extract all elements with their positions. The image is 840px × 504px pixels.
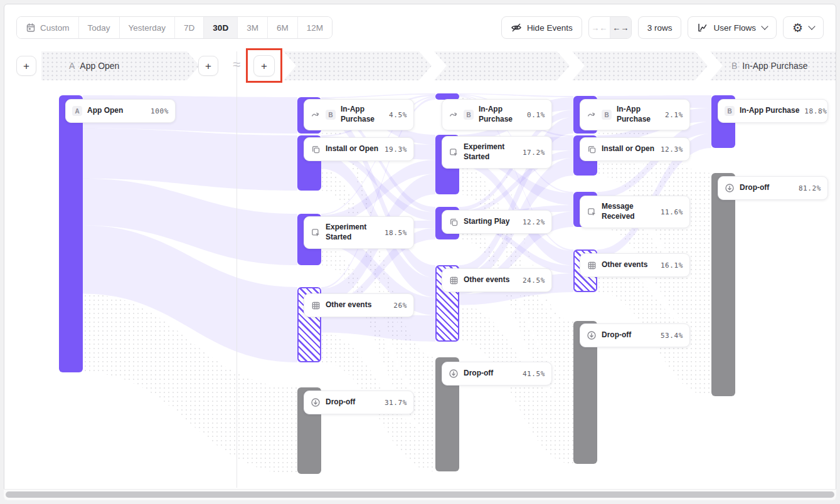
settings-dropdown[interactable]: ⚙: [783, 16, 824, 39]
node-card-other-events-step4[interactable]: Other events16.1%: [580, 253, 690, 277]
step-header-b[interactable]: B In-App Purchase: [710, 51, 836, 80]
date-tab-30d[interactable]: 30D: [204, 17, 238, 38]
node-label: In-App Purchase: [479, 105, 522, 124]
date-tab-yesterday[interactable]: Yesterday: [120, 17, 176, 38]
node-label: In-App Purchase: [740, 106, 799, 116]
date-tab-6m[interactable]: 6M: [268, 17, 298, 38]
node-label: Drop-off: [464, 369, 518, 379]
node-card-in-app-purchase-step4[interactable]: BIn-App Purchase2.1%: [580, 99, 690, 130]
step-header-3[interactable]: [434, 51, 570, 80]
horizontal-scrollbar[interactable]: [4, 489, 836, 500]
collapse-columns-button[interactable]: →←: [589, 17, 610, 38]
node-card-in-app-purchase-step2[interactable]: BIn-App Purchase4.5%: [304, 99, 414, 130]
chart-type-dropdown[interactable]: User Flows: [688, 16, 777, 39]
node-card-drop-off-step5[interactable]: Drop-off81.2%: [718, 176, 828, 200]
node-card-in-app-purchase-step5[interactable]: BIn-App Purchase18.8%: [718, 99, 828, 123]
rows-button[interactable]: 3 rows: [638, 16, 682, 39]
node-label: Install or Open: [326, 144, 380, 154]
node-percentage: 31.7%: [385, 399, 407, 407]
date-tab-7d[interactable]: 7D: [175, 17, 204, 38]
step-header-2[interactable]: [284, 51, 432, 80]
node-percentage: 16.1%: [661, 261, 683, 270]
grid-icon: [311, 300, 321, 310]
user-flows-icon: [697, 23, 708, 33]
date-tab-label: 6M: [277, 23, 289, 33]
overlapping-squares-icon: [311, 144, 321, 154]
hide-events-label: Hide Events: [527, 23, 573, 33]
node-label: Drop-off: [326, 397, 380, 407]
overlapping-squares-icon: [449, 217, 459, 227]
expand-columns-button[interactable]: ←→: [610, 17, 631, 38]
node-card-drop-off-step2[interactable]: Drop-off31.7%: [304, 391, 414, 414]
drop-off-icon: [587, 330, 597, 340]
event-badge-a: A: [72, 106, 82, 116]
node-label: Other events: [464, 275, 518, 285]
expand-arrows-icon: ←→: [612, 23, 629, 33]
grid-icon: [449, 275, 459, 285]
drop-off-icon: [725, 183, 735, 193]
node-label: Install or Open: [602, 144, 656, 154]
date-tab-label: 12M: [307, 23, 323, 33]
node-card-app-open-step1[interactable]: AApp Open100%: [65, 99, 176, 123]
scrollbar-thumb[interactable]: [6, 491, 834, 498]
add-step-start-button[interactable]: +: [16, 56, 36, 76]
date-tab-today[interactable]: Today: [79, 17, 120, 38]
node-label: App Open: [87, 106, 146, 116]
event-badge-b: B: [464, 110, 474, 120]
node-label: Experiment Started: [464, 142, 518, 162]
node-card-experiment-started-step2[interactable]: Experiment Started18.5%: [304, 216, 414, 249]
node-percentage: 100%: [151, 107, 169, 115]
grid-icon: [587, 260, 597, 270]
add-step-after-a-button[interactable]: +: [198, 56, 218, 76]
gear-icon: ⚙: [792, 22, 803, 34]
dropoff-bar-drop-off-step5[interactable]: [711, 173, 735, 396]
node-card-other-events-step2[interactable]: Other events26%: [304, 293, 414, 317]
node-card-other-events-step3[interactable]: Other events24.5%: [442, 268, 552, 292]
node-percentage: 24.5%: [523, 276, 545, 285]
node-label: In-App Purchase: [341, 105, 384, 124]
node-card-drop-off-step3[interactable]: Drop-off41.5%: [442, 362, 552, 386]
chevron-down-icon: [808, 23, 815, 29]
node-percentage: 26%: [393, 302, 407, 310]
event-badge-b: B: [326, 110, 336, 120]
step-b-label: In-App Purchase: [742, 61, 807, 71]
hide-events-button[interactable]: Hide Events: [501, 16, 582, 39]
node-card-in-app-purchase-step3[interactable]: BIn-App Purchase0.1%: [442, 99, 552, 130]
date-tab-custom[interactable]: Custom: [17, 17, 79, 38]
step-b-badge: B: [731, 61, 737, 71]
date-range-tabs: CustomTodayYesterday7D30D3M6M12M: [16, 16, 332, 39]
node-card-drop-off-step4[interactable]: Drop-off53.4%: [580, 323, 690, 347]
chevron-down-icon: [761, 23, 768, 29]
date-tab-12m[interactable]: 12M: [298, 17, 332, 38]
date-tab-3m[interactable]: 3M: [238, 17, 268, 38]
node-percentage: 12.2%: [523, 218, 545, 226]
step-header-4[interactable]: [572, 51, 708, 80]
step-header-a[interactable]: A App Open: [41, 51, 199, 80]
node-bar-app-open-step1[interactable]: [59, 95, 83, 372]
toolbar-right: Hide Events →← ←→ 3 rows User Flows ⚙: [501, 16, 824, 39]
redirect-arrow-icon: [449, 110, 459, 120]
cursor-click-icon: [311, 228, 321, 238]
click-target-highlight: [246, 48, 282, 83]
column-divider: [237, 51, 237, 488]
node-label: Other events: [602, 260, 656, 270]
drop-off-icon: [311, 397, 321, 407]
date-tab-label: 30D: [213, 23, 228, 33]
cursor-click-icon: [587, 207, 597, 217]
event-badge-b: B: [725, 106, 735, 116]
node-percentage: 18.8%: [804, 107, 827, 115]
node-card-install-or-open-step2[interactable]: Install or Open19.3%: [304, 137, 414, 161]
node-card-starting-play-step3[interactable]: Starting Play12.2%: [442, 210, 552, 234]
calendar-icon: [26, 23, 36, 33]
date-tab-label: 3M: [247, 23, 258, 33]
node-percentage: 12.3%: [661, 145, 683, 154]
node-card-install-or-open-step4[interactable]: Install or Open12.3%: [580, 137, 690, 161]
node-percentage: 53.4%: [661, 332, 683, 340]
node-label: Message Received: [602, 202, 656, 221]
date-tab-label: Custom: [40, 23, 70, 33]
node-card-experiment-started-step3[interactable]: Experiment Started17.2%: [442, 136, 552, 169]
node-label: In-App Purchase: [617, 105, 660, 124]
date-tab-label: Yesterday: [129, 23, 166, 33]
node-label: Other events: [326, 300, 388, 310]
node-card-message-received-step4[interactable]: Message Received11.6%: [580, 196, 690, 228]
